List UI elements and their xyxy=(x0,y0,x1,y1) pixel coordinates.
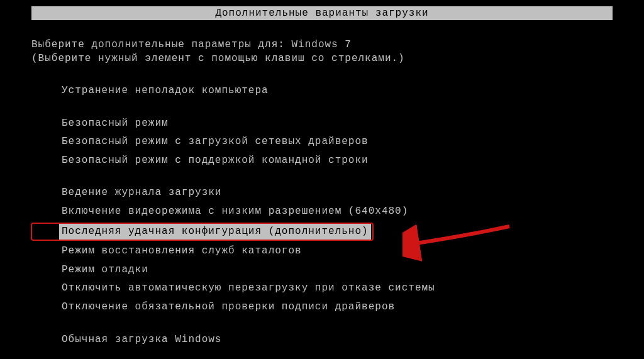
boot-option[interactable]: Отключение обязательной проверки подписи… xyxy=(62,299,613,316)
title-bar: Дополнительные варианты загрузки xyxy=(31,6,613,20)
prompt-prefix: Выберите дополнительные параметры для: xyxy=(31,39,291,50)
boot-option-label: Режим восстановления служб каталогов xyxy=(62,245,302,257)
boot-option-label: Отключить автоматическую перезагрузку пр… xyxy=(62,282,435,294)
boot-option[interactable]: Безопасный режим с поддержкой командной … xyxy=(62,153,613,169)
boot-option-label: Включение видеорежима с низким разрешени… xyxy=(62,206,408,217)
boot-option-label: Обычная загрузка Windows xyxy=(62,334,221,345)
boot-option-label: Устранение неполадок компьютера xyxy=(62,85,269,96)
boot-option[interactable]: Безопасный режим с загрузкой сетевых дра… xyxy=(62,134,613,150)
boot-option-label: Отключение обязательной проверки подписи… xyxy=(62,301,395,312)
boot-option[interactable]: Включение видеорежима с низким разрешени… xyxy=(62,204,613,220)
boot-option[interactable]: Последняя удачная конфигурация (дополнит… xyxy=(62,223,613,241)
os-name: Windows 7 xyxy=(291,39,351,50)
instruction-text: (Выберите нужный элемент с помощью клави… xyxy=(31,53,613,64)
option-group: Устранение неполадок компьютера xyxy=(62,83,613,99)
boot-option[interactable]: Режим отладки xyxy=(62,262,613,279)
boot-option-label: Безопасный режим xyxy=(62,118,169,129)
option-group: Обычная загрузка Windows xyxy=(62,332,613,348)
option-group: Безопасный режимБезопасный режим с загру… xyxy=(62,116,613,169)
boot-option[interactable]: Режим восстановления служб каталогов xyxy=(62,243,613,260)
boot-option[interactable]: Безопасный режим xyxy=(62,116,613,132)
boot-option-label: Ведение журнала загрузки xyxy=(62,187,221,198)
boot-option[interactable]: Обычная загрузка Windows xyxy=(62,332,613,348)
option-group: Ведение журнала загрузкиВключение видеор… xyxy=(62,185,613,315)
prompt-line: Выберите дополнительные параметры для: W… xyxy=(31,39,613,50)
boot-option-label: Безопасный режим с загрузкой сетевых дра… xyxy=(62,136,369,147)
screen-title: Дополнительные варианты загрузки xyxy=(215,8,428,19)
boot-option[interactable]: Отключить автоматическую перезагрузку пр… xyxy=(62,280,613,297)
boot-options-list: Устранение неполадок компьютераБезопасны… xyxy=(62,83,613,348)
boot-option-label: Безопасный режим с поддержкой командной … xyxy=(62,155,369,166)
boot-option[interactable]: Устранение неполадок компьютера xyxy=(62,83,613,99)
boot-option-label: Режим отладки xyxy=(62,264,148,275)
boot-option[interactable]: Ведение журнала загрузки xyxy=(62,185,613,201)
highlight-annotation: Последняя удачная конфигурация (дополнит… xyxy=(31,223,374,241)
boot-option-label: Последняя удачная конфигурация (дополнит… xyxy=(59,224,371,240)
